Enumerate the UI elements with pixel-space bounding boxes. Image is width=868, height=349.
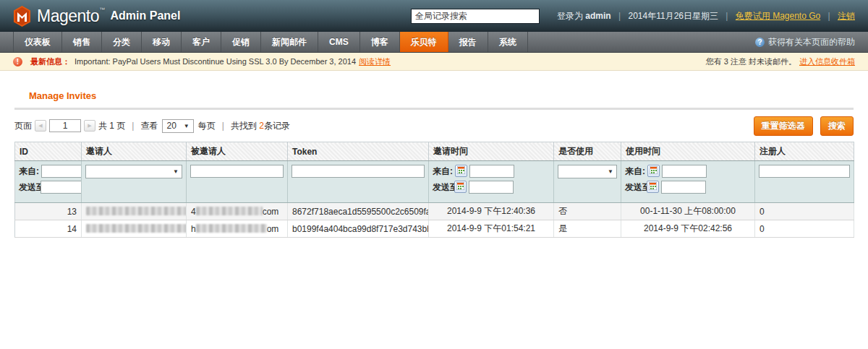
filter-cell-id: 来自: 发送至: — [15, 161, 82, 203]
invitee-filter-input[interactable] — [190, 165, 284, 178]
view-label: 查看 — [140, 120, 158, 132]
help-icon: ? — [755, 38, 765, 47]
column-header-invitee[interactable]: 被邀请人 — [187, 142, 288, 161]
nav-item-customers[interactable]: 客户 — [182, 32, 221, 52]
username: admin — [585, 11, 610, 21]
separator: | — [618, 11, 621, 21]
page-help-link[interactable]: ? 获得有关本页面的帮助 — [755, 32, 868, 52]
column-header-id[interactable]: ID — [15, 142, 82, 161]
top-header: Magento™ Admin Panel 登录为 admin | 2014年11… — [0, 0, 868, 32]
column-header-used-at[interactable]: 使用时间 — [621, 142, 755, 161]
page-content: Manage Invites 页面 ◀ ▶ 共 1 页 | 查看 20 ▼ 每页… — [0, 90, 868, 238]
nav-item-promotions[interactable]: 促销 — [221, 32, 261, 52]
grid-row[interactable]: 13 4com 8672f718aeca1d5595500c2c6509faf1… — [15, 203, 854, 220]
column-header-invited-at[interactable]: 邀请时间 — [429, 142, 554, 161]
chevron-down-icon: ▼ — [173, 168, 179, 175]
per-page-label: 每页 — [198, 120, 216, 132]
magento-logo-icon — [13, 6, 31, 27]
grid-toolbar: 页面 ◀ ▶ 共 1 页 | 查看 20 ▼ 每页 | 共找到 2条记录 重置筛… — [14, 117, 854, 134]
from-label: 来自: — [625, 166, 645, 176]
next-page-button[interactable]: ▶ — [84, 120, 95, 132]
search-button[interactable]: 搜索 — [820, 116, 854, 136]
records-found-prefix: 共找到 — [231, 120, 257, 132]
nav-item-mobile[interactable]: 移动 — [142, 32, 182, 52]
logout-link[interactable]: 注销 — [838, 11, 855, 21]
grid-row[interactable]: 14 hom b0199f4a404bca99d8f717e3d743bbcc … — [15, 220, 854, 238]
filter-cell-used: ▼ — [554, 161, 621, 203]
cell-inviter — [82, 203, 187, 220]
nav-item-dashboard[interactable]: 仪表板 — [13, 32, 62, 52]
to-label: 发送至: — [625, 182, 644, 192]
calendar-icon[interactable] — [455, 165, 467, 177]
per-page-select[interactable]: 20 ▼ — [162, 119, 193, 133]
redacted-email — [196, 224, 267, 233]
used-to-input[interactable] — [661, 181, 706, 194]
calendar-icon[interactable] — [647, 165, 660, 177]
title-divider — [14, 108, 854, 110]
records-found-count: 2 — [259, 121, 264, 131]
separator: | — [828, 11, 830, 21]
main-nav: 仪表板 销售 分类 移动 客户 促销 新闻邮件 CMS 博客 乐贝特 报告 系统… — [0, 32, 868, 53]
global-search-input[interactable] — [411, 9, 540, 24]
cell-id: 14 — [15, 220, 82, 238]
to-label: 发送至: — [433, 182, 452, 192]
prev-page-button[interactable]: ◀ — [35, 120, 46, 132]
separator: | — [222, 121, 224, 131]
used-filter-select[interactable]: ▼ — [558, 165, 617, 178]
redacted-email — [86, 207, 187, 215]
filter-cell-invitee — [187, 161, 288, 203]
column-header-token[interactable]: Token — [288, 142, 429, 161]
cell-invitee: 4com — [187, 203, 288, 220]
filter-cell-token — [288, 161, 429, 203]
magento-brand: Magento™ Admin Panel — [13, 6, 180, 27]
invited-to-input[interactable] — [469, 181, 514, 194]
id-from-input[interactable] — [41, 165, 82, 178]
invited-from-input[interactable] — [469, 165, 514, 178]
trial-link[interactable]: 免费试用 Magento Go — [736, 11, 820, 21]
nav-item-cms[interactable]: CMS — [318, 32, 360, 52]
cell-registrant: 0 — [755, 203, 854, 220]
filter-cell-registrant — [755, 161, 854, 203]
page-label: 页面 — [14, 120, 32, 132]
token-filter-input[interactable] — [292, 165, 425, 178]
id-to-input[interactable] — [41, 181, 82, 194]
calendar-icon[interactable] — [454, 181, 467, 193]
inviter-filter-select[interactable]: ▼ — [85, 165, 182, 178]
nav-item-blog[interactable]: 博客 — [360, 32, 400, 52]
per-page-value: 20 — [166, 121, 176, 131]
inbox-link[interactable]: 进入信息收件箱 — [799, 56, 855, 67]
cell-invited-at: 2014-9-9 下午01:54:21 — [429, 220, 554, 238]
column-header-registrant[interactable]: 注册人 — [755, 142, 854, 161]
registrant-filter-input[interactable] — [759, 165, 850, 178]
brand-name: Magento™ — [37, 7, 105, 26]
nav-item-system[interactable]: 系统 — [488, 32, 528, 52]
grid-filter-row: 来自: 发送至: ▼ 来自: 发送至: ▼ — [15, 161, 854, 203]
latest-news-label: 最新信息： — [30, 56, 70, 67]
reset-filter-button[interactable]: 重置筛选器 — [754, 116, 813, 136]
filter-cell-invited-at: 来自: 发送至: — [429, 161, 554, 203]
total-pages-label: 共 1 页 — [98, 120, 125, 132]
from-label: 来自: — [19, 166, 39, 176]
page-title: Manage Invites — [29, 90, 854, 101]
nav-item-newsletter[interactable]: 新闻邮件 — [261, 32, 318, 52]
column-header-used[interactable]: 是否使用 — [554, 142, 621, 161]
cell-token: 8672f718aeca1d5595500c2c6509faf1 — [288, 203, 429, 220]
nav-item-sales[interactable]: 销售 — [62, 32, 102, 52]
alert-icon: ! — [13, 57, 22, 66]
calendar-icon[interactable] — [647, 181, 659, 193]
read-details-link[interactable]: 阅读详情 — [359, 56, 391, 67]
filter-cell-used-at: 来自: 发送至: — [621, 161, 755, 203]
cell-used-at: 2014-9-9 下午02:42:56 — [621, 220, 755, 238]
chevron-down-icon: ▼ — [608, 168, 613, 175]
nav-item-reports[interactable]: 报告 — [448, 32, 488, 52]
nav-item-catalog[interactable]: 分类 — [102, 32, 142, 52]
records-found-suffix: 条记录 — [264, 120, 290, 132]
from-label: 来自: — [433, 166, 453, 176]
notice-message: Important: PayPal Users Must Discontinue… — [75, 57, 356, 66]
column-header-inviter[interactable]: 邀请人 — [82, 142, 187, 161]
cell-invited-at: 2014-9-9 下午12:40:36 — [429, 203, 554, 220]
used-from-input[interactable] — [662, 165, 707, 178]
page-number-input[interactable] — [49, 119, 81, 132]
nav-item-lebeite-active[interactable]: 乐贝特 — [400, 32, 448, 52]
cell-used: 是 — [554, 220, 621, 238]
